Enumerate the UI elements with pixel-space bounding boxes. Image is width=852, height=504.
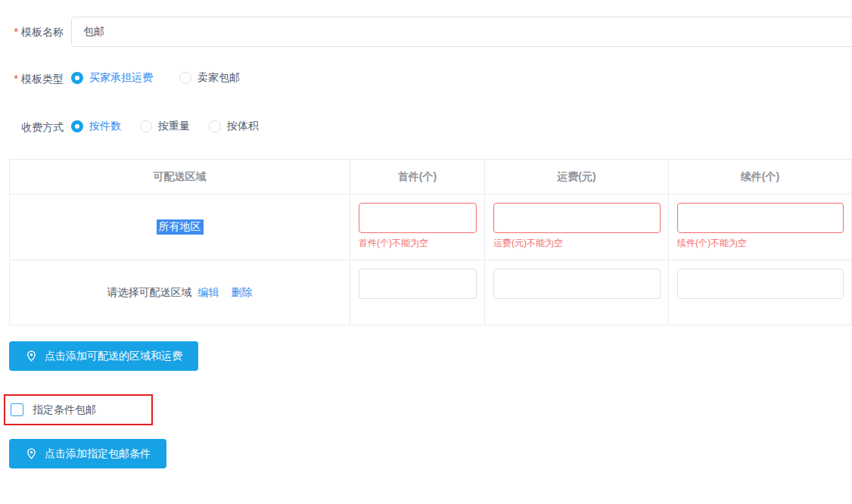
radio-by-weight[interactable]: 按重量 xyxy=(140,120,190,133)
conditional-free-shipping-label[interactable]: 指定条件包邮 xyxy=(33,403,96,417)
charge-method-label: 收费方式 xyxy=(0,120,64,134)
radio-label[interactable]: 卖家包邮 xyxy=(197,71,240,85)
add-condition-button[interactable]: 点击添加指定包邮条件 xyxy=(9,439,166,468)
cell-area-all-regions: 所有地区 xyxy=(10,194,350,260)
required-asterisk: * xyxy=(14,73,18,85)
template-type-label: *模板类型 xyxy=(0,72,64,86)
radio-seller-free-shipping[interactable]: 卖家包邮 xyxy=(179,71,240,85)
header-first-item: 首件(个) xyxy=(350,160,485,194)
first-item-error: 首件(个)不能为空 xyxy=(359,238,428,248)
header-additional-item: 续件(个) xyxy=(669,160,851,194)
charge-method-radio-group: 按件数 按重量 按体积 xyxy=(71,120,259,133)
radio-label[interactable]: 买家承担运费 xyxy=(89,71,153,85)
cell-freight-row1: 运费(元)不能为空 xyxy=(485,194,669,260)
all-regions-label[interactable]: 所有地区 xyxy=(157,219,204,235)
additional-item-error: 续件(个)不能为空 xyxy=(677,238,747,248)
cell-freight-row2 xyxy=(485,260,669,325)
shipping-fee-table: 可配送区域 首件(个) 运费(元) 续件(个) 所有地区 首件(个)不能为空 运… xyxy=(9,159,852,325)
header-freight: 运费(元) xyxy=(485,160,669,194)
delete-area-link[interactable]: 删除 xyxy=(232,286,253,300)
radio-unselected-icon[interactable] xyxy=(179,72,191,84)
header-deliverable-area: 可配送区域 xyxy=(10,160,350,194)
radio-unselected-icon[interactable] xyxy=(140,120,152,132)
freight-input-row2[interactable] xyxy=(493,269,661,299)
conditional-free-shipping-checkbox[interactable] xyxy=(11,403,23,416)
select-area-label: 请选择可配送区域 xyxy=(107,286,192,300)
add-condition-button-label: 点击添加指定包邮条件 xyxy=(45,447,151,461)
additional-item-input-row2[interactable] xyxy=(677,269,844,299)
edit-area-link[interactable]: 编辑 xyxy=(198,286,219,300)
required-asterisk: * xyxy=(14,26,18,38)
shipping-template-form: { "form": { "template_name": { "required… xyxy=(0,0,852,504)
template-name-input[interactable] xyxy=(71,17,852,47)
template-name-label-text: 模板名称 xyxy=(21,26,64,38)
location-pin-icon xyxy=(25,447,38,460)
cell-first-item-row2 xyxy=(350,260,485,325)
radio-selected-icon[interactable] xyxy=(71,120,83,132)
location-pin-icon xyxy=(25,350,38,362)
cell-additional-item-row2 xyxy=(669,260,851,325)
freight-error: 运费(元)不能为空 xyxy=(493,238,563,248)
first-item-input-row1[interactable] xyxy=(359,203,477,233)
radio-by-piece[interactable]: 按件数 xyxy=(71,120,121,133)
radio-label[interactable]: 按重量 xyxy=(158,120,190,133)
radio-unselected-icon[interactable] xyxy=(209,120,221,132)
radio-label[interactable]: 按体积 xyxy=(227,120,259,133)
conditional-free-shipping-highlight-box: 指定条件包邮 xyxy=(4,394,153,425)
radio-selected-icon[interactable] xyxy=(71,72,83,84)
charge-method-label-text: 收费方式 xyxy=(21,121,64,133)
template-type-label-text: 模板类型 xyxy=(21,73,64,85)
freight-input-row1[interactable] xyxy=(493,203,661,233)
radio-by-volume[interactable]: 按体积 xyxy=(209,120,259,133)
radio-label[interactable]: 按件数 xyxy=(89,120,121,133)
template-name-label: *模板名称 xyxy=(0,25,64,39)
add-area-button[interactable]: 点击添加可配送的区域和运费 xyxy=(9,341,198,371)
radio-buyer-pays-freight[interactable]: 买家承担运费 xyxy=(71,71,153,85)
cell-additional-item-row1: 续件(个)不能为空 xyxy=(669,194,851,260)
additional-item-input-row1[interactable] xyxy=(677,203,844,233)
cell-first-item-row1: 首件(个)不能为空 xyxy=(350,194,485,260)
cell-area-select: 请选择可配送区域 编辑 删除 xyxy=(10,260,350,325)
add-area-button-label: 点击添加可配送的区域和运费 xyxy=(45,350,182,363)
template-type-radio-group: 买家承担运费 卖家包邮 xyxy=(71,71,240,85)
first-item-input-row2[interactable] xyxy=(359,269,477,299)
